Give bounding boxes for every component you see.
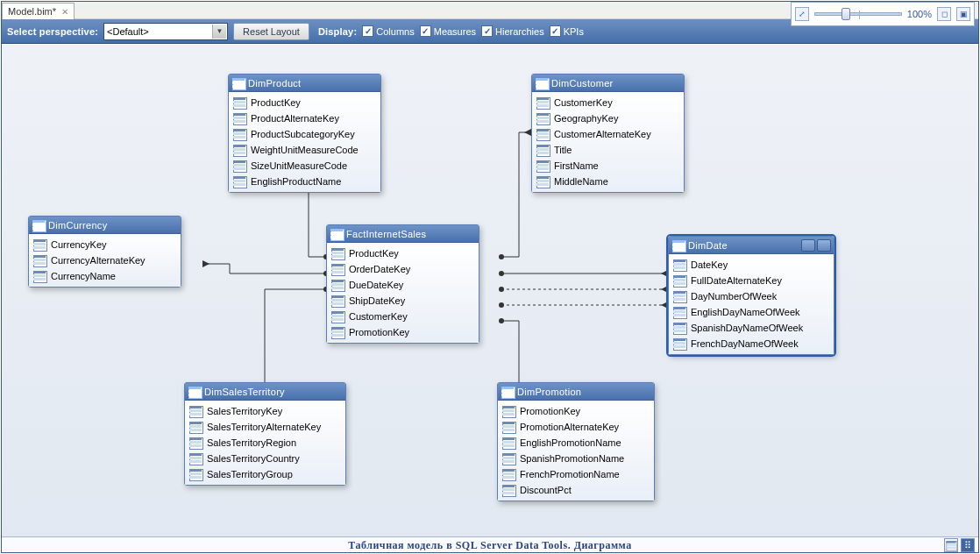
column-row[interactable]: ProductAlternateKey <box>231 110 378 126</box>
column-row[interactable]: EnglishDayNameOfWeek <box>671 304 831 320</box>
table-title: DimCustomer <box>551 78 614 89</box>
column-row[interactable]: OrderDateKey <box>330 261 476 277</box>
table-header[interactable]: DimPromotion <box>498 383 654 401</box>
table-factinternetsales[interactable]: FactInternetSales ProductKey OrderDateKe… <box>326 224 479 344</box>
column-row[interactable]: EnglishProductName <box>231 174 378 189</box>
column-row[interactable]: PromotionKey <box>501 403 651 419</box>
table-header[interactable]: DimCurrency <box>29 217 181 234</box>
column-row[interactable]: MiddleName <box>535 174 681 189</box>
column-row[interactable]: FirstName <box>535 158 681 174</box>
table-title: DimDate <box>688 240 728 251</box>
column-row[interactable]: SpanishDayNameOfWeek <box>671 320 831 336</box>
zoom-window-icon[interactable]: ◻ <box>937 7 951 21</box>
column-icon <box>189 406 202 416</box>
column-icon <box>673 275 685 286</box>
table-dimsalesterritory[interactable]: DimSalesTerritory SalesTerritoryKey Sale… <box>184 382 346 486</box>
column-icon <box>331 280 344 290</box>
column-row[interactable]: SalesTerritoryCountry <box>188 451 343 466</box>
column-icon <box>33 255 46 266</box>
zoom-region-icon[interactable]: ▣ <box>956 7 970 21</box>
column-icon <box>502 406 515 416</box>
column-icon <box>536 129 549 139</box>
column-row[interactable]: SizeUnitMeasureCode <box>231 158 378 174</box>
column-icon <box>673 259 685 270</box>
table-icon <box>188 387 201 397</box>
column-icon <box>331 295 344 306</box>
column-row[interactable]: CustomerAlternateKey <box>535 126 681 142</box>
toolbar: Select perspective: <Default> ▼ Reset La… <box>2 19 978 44</box>
table-dimcurrency[interactable]: DimCurrency CurrencyKey CurrencyAlternat… <box>28 216 181 288</box>
table-dimpromotion[interactable]: DimPromotion PromotionKey PromotionAlter… <box>497 382 655 501</box>
table-dimcustomer[interactable]: DimCustomer CustomerKey GeographyKey Cus… <box>531 74 685 193</box>
column-icon <box>233 145 245 155</box>
column-icon <box>536 160 549 171</box>
column-row[interactable]: SalesTerritoryRegion <box>188 435 343 451</box>
column-row[interactable]: DateKey <box>671 257 831 273</box>
column-row[interactable]: DueDateKey <box>330 277 476 293</box>
column-row[interactable]: FrenchPromotionName <box>501 466 651 482</box>
table-header[interactable]: DimSalesTerritory <box>185 383 345 401</box>
tab-model-bim[interactable]: Model.bim* ✕ <box>2 3 75 19</box>
column-row[interactable]: DayNumberOfWeek <box>671 288 831 304</box>
column-icon <box>502 453 515 464</box>
restore-icon[interactable] <box>817 239 831 252</box>
select-perspective-label: Select perspective: <box>7 26 98 37</box>
column-row[interactable]: Title <box>535 142 681 158</box>
table-dimproduct[interactable]: DimProduct ProductKey ProductAlternateKe… <box>228 74 381 193</box>
table-dimdate[interactable]: DimDate DateKey FullDateAlternateKey Day… <box>668 236 834 355</box>
close-icon[interactable]: ✕ <box>61 7 68 17</box>
column-row[interactable]: SpanishPromotionName <box>501 451 651 466</box>
perspective-select[interactable]: <Default> ▼ <box>103 23 228 40</box>
table-header[interactable]: DimProduct <box>229 75 380 92</box>
column-row[interactable]: FullDateAlternateKey <box>671 273 831 288</box>
table-icon <box>32 220 45 231</box>
column-row[interactable]: EnglishPromotionName <box>501 435 651 451</box>
table-icon <box>330 229 343 239</box>
diagram-canvas[interactable]: DimProduct ProductKey ProductAlternateKe… <box>2 45 978 536</box>
column-row[interactable]: CustomerKey <box>535 95 681 110</box>
column-row[interactable]: ProductKey <box>330 245 476 261</box>
column-row[interactable]: DiscountPct <box>501 482 651 498</box>
checkbox-icon: ✓ <box>481 25 493 37</box>
column-row[interactable]: PromotionAlternateKey <box>501 419 651 435</box>
column-row[interactable]: SalesTerritoryGroup <box>188 466 343 482</box>
column-row[interactable]: CurrencyAlternateKey <box>32 252 178 268</box>
column-row[interactable]: SalesTerritoryKey <box>188 403 343 419</box>
column-icon <box>673 291 685 302</box>
column-row[interactable]: FrenchDayNameOfWeek <box>671 336 831 352</box>
hierarchies-checkbox[interactable]: ✓ Hierarchies <box>481 25 544 37</box>
column-row[interactable]: ProductSubcategoryKey <box>231 126 378 142</box>
zoom-fit-icon[interactable]: ⤢ <box>795 7 809 21</box>
tab-title: Model.bim* <box>8 6 56 17</box>
zoom-handle[interactable] <box>842 8 850 20</box>
column-row[interactable]: SalesTerritoryAlternateKey <box>188 419 343 435</box>
column-row[interactable]: CustomerKey <box>330 309 476 324</box>
maximize-icon[interactable] <box>801 239 815 252</box>
column-icon <box>233 160 245 171</box>
column-icon <box>189 422 202 432</box>
zoom-value: 100% <box>907 9 932 19</box>
table-header[interactable]: DimCustomer <box>532 75 684 92</box>
column-row[interactable]: PromotionKey <box>330 324 476 340</box>
reset-layout-button[interactable]: Reset Layout <box>233 23 309 40</box>
chevron-down-icon[interactable]: ▼ <box>212 25 226 39</box>
table-body: ProductKey OrderDateKey DueDateKey ShipD… <box>327 243 479 343</box>
column-row[interactable]: ProductKey <box>231 95 378 110</box>
table-header[interactable]: DimDate <box>669 237 834 254</box>
table-icon <box>672 240 685 251</box>
table-body: CurrencyKey CurrencyAlternateKey Currenc… <box>29 234 181 287</box>
column-row[interactable]: GeographyKey <box>535 110 681 126</box>
column-row[interactable]: CurrencyName <box>32 268 178 284</box>
measures-checkbox[interactable]: ✓ Measures <box>420 25 476 37</box>
column-row[interactable]: WeightUnitMeasureCode <box>231 142 378 158</box>
column-row[interactable]: CurrencyKey <box>32 237 178 252</box>
zoom-slider[interactable] <box>814 12 902 16</box>
column-row[interactable]: ShipDateKey <box>330 293 476 309</box>
svg-point-4 <box>499 318 504 323</box>
column-icon <box>33 271 46 281</box>
kpis-checkbox[interactable]: ✓ KPIs <box>550 25 584 37</box>
table-icon <box>536 78 548 89</box>
table-header[interactable]: FactInternetSales <box>327 225 479 243</box>
table-icon <box>232 78 245 89</box>
columns-checkbox[interactable]: ✓ Columns <box>362 25 414 37</box>
